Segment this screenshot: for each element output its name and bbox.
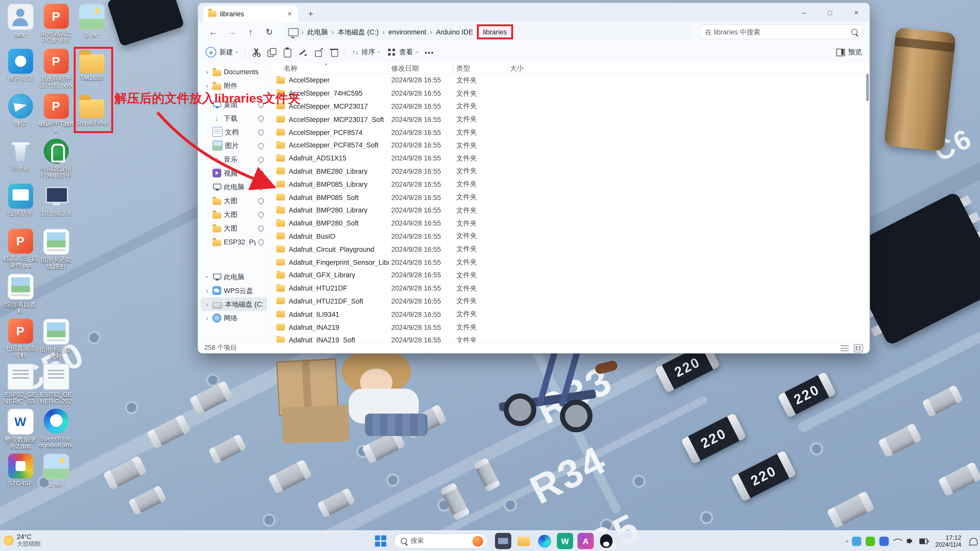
breadcrumb-item[interactable]: 此电脑 — [305, 26, 330, 38]
rename-icon[interactable] — [298, 48, 308, 57]
view-button[interactable]: 查看 › — [387, 48, 418, 57]
chevron-icon[interactable]: › — [204, 287, 210, 294]
file-row[interactable]: Adafruit_Circuit_Playground 2024/9/28 16… — [270, 243, 863, 256]
desktop-icon[interactable]: 机器人三_四 课件.ppt — [3, 227, 38, 272]
network-icon[interactable] — [894, 537, 902, 545]
desktop-icon[interactable]: tang — [3, 3, 38, 48]
tab-close-icon[interactable]: × — [286, 10, 293, 18]
copy-icon[interactable] — [267, 48, 277, 57]
desktop-icon[interactable]: 回收站 — [3, 138, 38, 183]
scrollbar-thumb[interactable] — [866, 74, 869, 101]
sidebar-item[interactable]: 大图 — [200, 194, 267, 207]
file-row[interactable]: Adafruit_INA219_Soft 2024/9/28 16:55 文件夹 — [270, 333, 863, 342]
chevron-icon[interactable]: › — [204, 274, 210, 279]
breadcrumb-item[interactable]: 本地磁盘 (C:) — [335, 26, 381, 38]
desktop-icon[interactable]: 惠州酒店之PC发送排上... — [38, 3, 74, 48]
file-row[interactable]: Adafruit_HTU21DF 2024/9/28 16:55 文件夹 — [270, 282, 863, 295]
column-header-date[interactable]: 修改日期 — [391, 64, 419, 73]
sidebar-item[interactable]: 大图 — [200, 221, 267, 235]
desktop-icon[interactable]: 1.png — [38, 452, 74, 497]
back-button[interactable]: ← — [204, 24, 222, 40]
desktop-icon[interactable]: 综合项目资料 — [3, 272, 38, 318]
sidebar-item[interactable]: › 本地磁盘 (C:) — [200, 297, 267, 311]
details-view-icon[interactable] — [841, 345, 849, 351]
start-button[interactable] — [375, 535, 386, 547]
battery-icon[interactable] — [920, 537, 928, 545]
taskbar-weather[interactable]: 24°C 大部晴朗 — [4, 533, 41, 548]
desktop-icon[interactable]: 确认PPT.pptx — [38, 92, 74, 137]
file-row[interactable]: Adafruit_GFX_Library 2024/9/28 16:55 文件夹 — [270, 268, 863, 282]
refresh-button[interactable]: ↻ — [261, 24, 278, 40]
file-row[interactable]: Adafruit_BMP280_Soft 2024/9/28 16:55 文件夹 — [270, 217, 863, 230]
desktop-icon[interactable]: ESP32_GENERIC-20240... — [38, 362, 74, 407]
forward-button[interactable]: → — [223, 24, 241, 40]
maximize-button[interactable]: □ — [817, 3, 843, 22]
column-header-type[interactable]: 类型 — [456, 64, 470, 73]
vertical-scrollbar[interactable] — [865, 64, 869, 341]
taskbar-app-file-explorer[interactable] — [515, 533, 532, 549]
file-row[interactable]: AccelStepper 2024/9/28 16:55 文件夹 — [270, 74, 863, 87]
tray-app-icon[interactable] — [852, 536, 862, 546]
file-row[interactable]: Adafruit_ILI9341 2024/9/28 16:55 文件夹 — [270, 308, 863, 321]
share-icon[interactable] — [314, 48, 323, 57]
file-row[interactable]: Adafruit_ADS1X15 2024/9/28 16:55 文件夹 — [270, 152, 863, 165]
taskbar-app-qq[interactable] — [598, 533, 614, 549]
desktop-icon[interactable]: 10.168.2.8 — [38, 183, 74, 227]
chevron-icon[interactable]: › — [204, 301, 210, 308]
file-row[interactable]: AccelStepper_MCP23017_Soft 2024/9/28 16:… — [270, 113, 863, 126]
sidebar-item[interactable]: ESP32_Python — [200, 235, 267, 249]
sidebar-item[interactable]: 图片 — [200, 139, 267, 152]
breadcrumb-item[interactable]: libraries — [480, 27, 509, 37]
up-button[interactable]: ↑ — [242, 24, 259, 40]
search-box[interactable]: 在 libraries 中搜索 — [699, 24, 863, 40]
tray-expand-icon[interactable]: › — [843, 540, 850, 542]
tab-libraries[interactable]: libraries × — [203, 6, 298, 22]
desktop-icon[interactable]: 投屏助手 — [3, 183, 38, 227]
paste-icon[interactable] — [283, 48, 292, 57]
sidebar-item[interactable]: 大图 — [200, 207, 267, 221]
desktop-icon[interactable]: 信用卡还款-流程 — [38, 318, 74, 362]
sidebar-item[interactable]: 视频 — [200, 166, 267, 180]
notification-bell-icon[interactable] — [969, 537, 977, 545]
thumbnails-view-icon[interactable] — [854, 344, 863, 352]
chevron-right-icon[interactable]: › — [204, 68, 210, 75]
breadcrumb-item[interactable]: Arduino IDE — [434, 27, 476, 37]
file-row[interactable]: AccelStepper_PCF8574 2024/9/28 16:55 文件夹 — [270, 126, 863, 139]
file-row[interactable]: AccelStepper_74HC595 2024/9/28 16:55 文件夹 — [270, 87, 863, 100]
file-row[interactable]: Adafruit_INA219 2024/9/28 16:55 文件夹 — [270, 321, 863, 333]
sort-button[interactable]: ↑↓ 排序 › — [352, 48, 380, 57]
tray-wechat-icon[interactable] — [866, 536, 875, 546]
file-row[interactable]: Adafruit_BME280_Library 2024/9/28 16:55 … — [270, 165, 863, 178]
column-header-size[interactable]: 大小 — [510, 64, 524, 73]
taskbar-clock[interactable]: 17:12 2024/11/4 — [935, 534, 961, 548]
minimize-button[interactable]: – — [791, 3, 817, 22]
file-row[interactable]: AccelStepper_MCP23017 2024/9/28 16:55 文件… — [270, 100, 863, 113]
file-row[interactable]: Adafruit_Fingerprint_Sensor_Library 2024… — [270, 256, 863, 268]
sidebar-item[interactable]: › WPS云盘 — [200, 284, 267, 297]
sidebar-item[interactable]: › Documents — [200, 65, 267, 79]
new-button[interactable]: 新建 › — [206, 47, 239, 58]
column-header-name[interactable]: 名称 — [284, 64, 298, 73]
file-row[interactable]: Adafruit_BusIO 2024/9/28 16:55 文件夹 — [270, 230, 863, 243]
desktop-icon[interactable]: 整理数据使用2.doc — [3, 407, 38, 452]
preview-button[interactable]: 预览 — [835, 48, 862, 57]
desktop-icon[interactable] — [38, 272, 74, 318]
file-row[interactable]: AccelStepper_PCF8574_Soft 2024/9/28 16:5… — [270, 139, 863, 152]
desktop-icon[interactable]: Speech recognition.xml — [38, 407, 74, 452]
sidebar-item[interactable]: 文档 — [200, 125, 267, 139]
volume-icon[interactable] — [907, 537, 915, 545]
breadcrumb-item[interactable]: environment — [386, 27, 429, 37]
chevron-right-icon[interactable]: › — [204, 82, 210, 89]
file-row[interactable]: Adafruit_BMP085_Library 2024/9/28 16:55 … — [270, 178, 863, 191]
chevron-icon[interactable]: › — [204, 314, 210, 321]
desktop-icon[interactable]: 中国农业银行网银助手 — [38, 138, 74, 183]
file-row[interactable]: Adafruit_HTU21DF_Soft 2024/9/28 16:55 文件… — [270, 295, 863, 308]
sidebar-item[interactable]: › 网络 — [200, 311, 267, 325]
taskbar-app-edge[interactable] — [536, 533, 552, 549]
desktop-icon[interactable]: 微信 — [3, 92, 38, 137]
close-button[interactable]: × — [843, 3, 870, 22]
file-row[interactable]: Adafruit_BMP085_Soft 2024/9/28 16:55 文件夹 — [270, 191, 863, 203]
delete-icon[interactable] — [329, 48, 339, 57]
new-tab-button[interactable]: + — [304, 6, 317, 22]
desktop-icon[interactable]: 腾讯会议 — [3, 48, 38, 92]
